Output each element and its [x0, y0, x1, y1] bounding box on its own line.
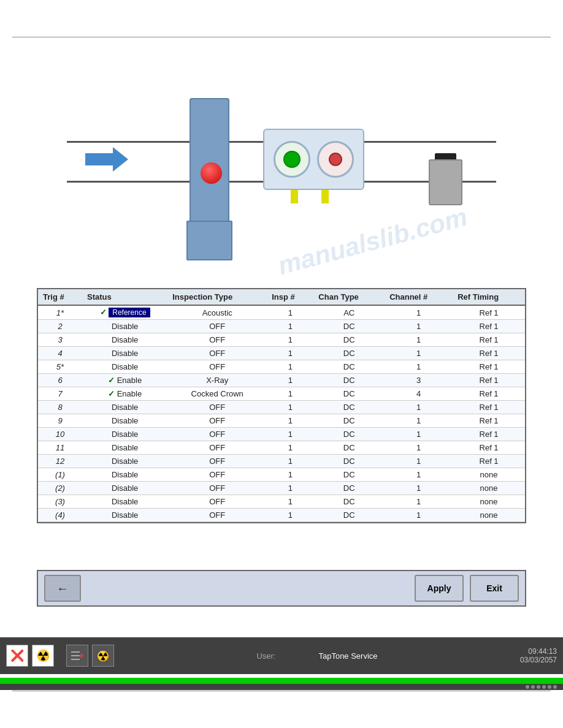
cell-trig: 1* [38, 305, 82, 320]
cell-channel: 3 [385, 374, 453, 387]
back-button[interactable]: ← [44, 575, 81, 602]
cell-channel: 1 [385, 468, 453, 482]
cell-status[interactable]: Disable [82, 428, 167, 441]
col-header-insp-num: Insp # [267, 289, 313, 305]
cell-insp-num: 1 [267, 401, 313, 414]
cell-status[interactable]: Disable [82, 333, 167, 347]
cell-trig: (2) [38, 482, 82, 495]
cell-ref-timing: Ref 1 [453, 455, 525, 468]
cell-chan-type: DC [313, 387, 385, 401]
green-progress-bar [0, 678, 563, 684]
data-table-container: Trig # Status Inspection Type Insp # Cha… [37, 288, 526, 523]
cell-status[interactable]: ✓ Enable [82, 374, 167, 387]
cell-status[interactable]: Disable [82, 495, 167, 509]
table-row[interactable]: 10DisableOFF1DC1Ref 1 [38, 428, 525, 441]
table-row[interactable]: 11DisableOFF1DC1Ref 1 [38, 441, 525, 455]
cell-trig: (3) [38, 495, 82, 509]
table-row[interactable]: 7✓ EnableCocked Crown1DC4Ref 1 [38, 387, 525, 401]
icon-arrow-list[interactable] [66, 645, 88, 667]
cell-chan-type: AC [313, 305, 385, 320]
cell-ref-timing: Ref 1 [453, 333, 525, 347]
cell-chan-type: DC [313, 360, 385, 374]
cell-status[interactable]: Disable [82, 441, 167, 455]
cell-inspection-type: Acoustic [167, 305, 267, 320]
cell-ref-timing: Ref 1 [453, 347, 525, 360]
cell-status[interactable]: ✓ Enable [82, 387, 167, 401]
cell-ref-timing: Ref 1 [453, 401, 525, 414]
table-row[interactable]: 5*DisableOFF1DC1Ref 1 [38, 360, 525, 374]
dot-3 [537, 685, 540, 689]
cell-chan-type: DC [313, 401, 385, 414]
table-row[interactable]: 1*✓ ReferenceAcoustic1AC1Ref 1 [38, 305, 525, 320]
table-row[interactable]: (1)DisableOFF1DC1none [38, 468, 525, 482]
cell-ref-timing: Ref 1 [453, 305, 525, 320]
cell-ref-timing: none [453, 495, 525, 509]
cell-chan-type: DC [313, 347, 385, 360]
cell-channel: 1 [385, 320, 453, 333]
cell-inspection-type: OFF [167, 509, 267, 522]
status-icons-left: ❌ ☢️ ☢️ [6, 645, 114, 667]
table-row[interactable]: 6✓ EnableX-Ray1DC3Ref 1 [38, 374, 525, 387]
diagram-area: manualslib.com [0, 49, 563, 282]
dot-6 [553, 685, 557, 689]
table-row[interactable]: 3DisableOFF1DC1Ref 1 [38, 333, 525, 347]
cell-status[interactable]: Disable [82, 509, 167, 522]
table-row[interactable]: 12DisableOFF1DC1Ref 1 [38, 455, 525, 468]
cell-inspection-type: OFF [167, 333, 267, 347]
table-row[interactable]: (2)DisableOFF1DC1none [38, 482, 525, 495]
cell-ref-timing: Ref 1 [453, 441, 525, 455]
cell-status[interactable]: Disable [82, 360, 167, 374]
cell-chan-type: DC [313, 468, 385, 482]
table-row[interactable]: (4)DisableOFF1DC1none [38, 509, 525, 522]
cell-insp-num: 1 [267, 509, 313, 522]
table-row[interactable]: (3)DisableOFF1DC1none [38, 495, 525, 509]
user-name: TapTone Service [318, 651, 377, 661]
user-label: User: [256, 651, 275, 661]
cell-inspection-type: OFF [167, 441, 267, 455]
cell-ref-timing: Ref 1 [453, 374, 525, 387]
cell-insp-num: 1 [267, 495, 313, 509]
cell-ref-timing: Ref 1 [453, 428, 525, 441]
buttons-area: ← Apply Exit [37, 570, 526, 607]
icon-x-red[interactable]: ❌ [6, 645, 28, 667]
cell-status[interactable]: Disable [82, 414, 167, 428]
top-separator [12, 37, 551, 37]
col-header-chan-type: Chan Type [313, 289, 385, 305]
cell-status[interactable]: ✓ Reference [82, 305, 167, 320]
cell-status[interactable]: Disable [82, 455, 167, 468]
cell-channel: 1 [385, 482, 453, 495]
cell-inspection-type: OFF [167, 428, 267, 441]
cell-inspection-type: OFF [167, 482, 267, 495]
cell-status[interactable]: Disable [82, 320, 167, 333]
sensor-indicator-red [201, 162, 222, 184]
cell-inspection-type: OFF [167, 495, 267, 509]
table-row[interactable]: 4DisableOFF1DC1Ref 1 [38, 347, 525, 360]
exit-button[interactable]: Exit [470, 575, 519, 602]
dot-2 [531, 685, 535, 689]
cell-chan-type: DC [313, 455, 385, 468]
col-header-ref-timing: Ref Timing [453, 289, 525, 305]
svg-rect-3 [71, 659, 80, 660]
apply-button[interactable]: Apply [415, 575, 464, 602]
cell-status[interactable]: Disable [82, 468, 167, 482]
icon-radiation[interactable]: ☢️ [32, 645, 54, 667]
cell-trig: 4 [38, 347, 82, 360]
cell-ref-timing: Ref 1 [453, 320, 525, 333]
table-row[interactable]: 9DisableOFF1DC1Ref 1 [38, 414, 525, 428]
dot-1 [526, 685, 529, 689]
cell-status[interactable]: Disable [82, 482, 167, 495]
status-bar: ❌ ☢️ ☢️ User: TapTone Service 09:44:13 0… [0, 637, 563, 674]
cell-status[interactable]: Disable [82, 347, 167, 360]
left-sensor-inner [283, 151, 301, 168]
icon-radiation-2[interactable]: ☢️ [92, 645, 114, 667]
cell-inspection-type: OFF [167, 401, 267, 414]
table-row[interactable]: 8DisableOFF1DC1Ref 1 [38, 401, 525, 414]
dots-bar [0, 684, 563, 690]
cell-chan-type: DC [313, 414, 385, 428]
cell-trig: 3 [38, 333, 82, 347]
cell-insp-num: 1 [267, 428, 313, 441]
cell-channel: 1 [385, 455, 453, 468]
cell-chan-type: DC [313, 428, 385, 441]
cell-status[interactable]: Disable [82, 401, 167, 414]
table-row[interactable]: 2DisableOFF1DC1Ref 1 [38, 320, 525, 333]
